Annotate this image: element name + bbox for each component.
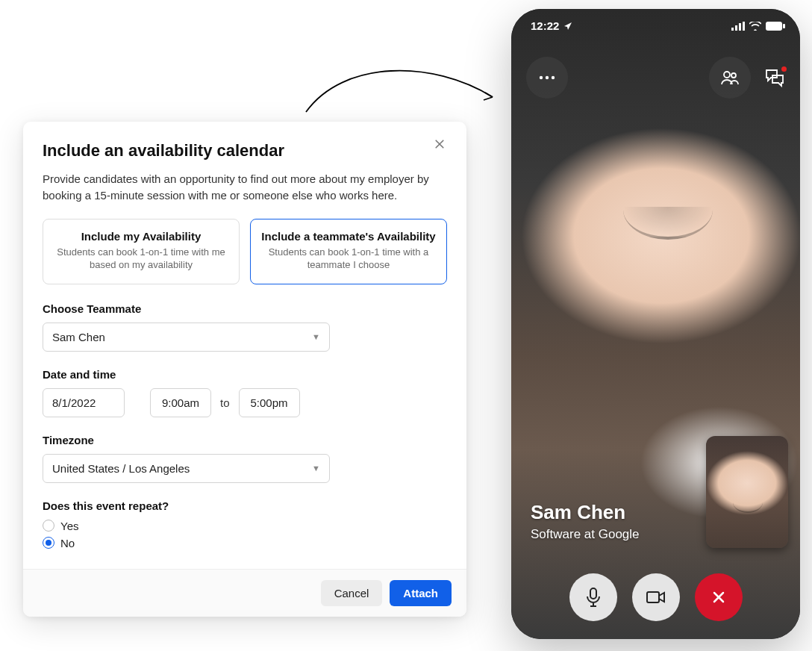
close-icon[interactable]	[434, 138, 449, 153]
participants-button[interactable]	[709, 57, 751, 99]
self-video-pip[interactable]	[706, 436, 788, 548]
caller-name: Sam Chen	[531, 501, 640, 524]
arrow-decoration	[299, 52, 508, 127]
teammate-value: Sam Chen	[52, 331, 105, 343]
svg-point-7	[546, 76, 549, 79]
modal-footer: Cancel Attach	[23, 569, 466, 617]
option-title: Include a teammate's Availability	[258, 230, 439, 243]
wifi-icon	[749, 22, 761, 31]
svg-point-10	[731, 73, 736, 78]
caller-subtitle: Software at Google	[531, 527, 640, 542]
repeat-yes-option[interactable]: Yes	[43, 520, 447, 532]
repeat-label: Does this event repeat?	[43, 499, 447, 512]
mic-icon	[585, 587, 602, 608]
repeat-no-option[interactable]: No	[43, 537, 447, 549]
more-button[interactable]	[526, 57, 568, 99]
datetime-label: Date and time	[43, 368, 447, 381]
call-controls	[511, 573, 800, 621]
svg-rect-3	[743, 22, 745, 31]
svg-rect-0	[731, 28, 734, 31]
location-icon	[563, 22, 572, 31]
notification-dot	[781, 66, 787, 72]
svg-rect-2	[739, 23, 741, 31]
more-icon	[539, 75, 555, 80]
svg-point-9	[724, 72, 730, 78]
end-call-button[interactable]	[695, 573, 743, 621]
teammate-label: Choose Teammate	[43, 302, 447, 315]
attach-button[interactable]: Attach	[390, 580, 452, 606]
people-icon	[720, 70, 740, 85]
timezone-value: United States / Los Angeles	[52, 462, 190, 475]
svg-rect-1	[735, 25, 737, 31]
radio-label: Yes	[60, 520, 78, 532]
radio-icon	[43, 520, 54, 532]
option-my-availability[interactable]: Include my Availability Students can boo…	[43, 219, 240, 284]
caller-info: Sam Chen Software at Google	[531, 501, 640, 542]
end-time-input[interactable]: 5:00pm	[239, 388, 300, 417]
svg-rect-4	[766, 22, 782, 31]
chevron-down-icon: ▼	[312, 464, 320, 473]
date-input[interactable]: 8/1/2022	[43, 388, 125, 417]
svg-point-8	[552, 76, 555, 79]
battery-icon	[766, 22, 785, 31]
video-toggle-button[interactable]	[632, 573, 680, 621]
option-subtitle: Students can book 1-on-1 time with me ba…	[51, 246, 231, 272]
status-bar: 12:22	[511, 15, 800, 32]
option-title: Include my Availability	[51, 230, 231, 243]
chevron-down-icon: ▼	[312, 332, 320, 341]
radio-label: No	[60, 537, 75, 549]
status-time: 12:22	[531, 19, 559, 32]
video-icon	[646, 590, 666, 605]
availability-modal: Include an availability calendar Provide…	[23, 122, 466, 617]
option-subtitle: Students can book 1-on-1 time with a tea…	[258, 246, 439, 272]
svg-rect-11	[590, 588, 596, 599]
timezone-select[interactable]: United States / Los Angeles ▼	[43, 454, 330, 483]
close-icon	[711, 590, 726, 605]
svg-point-6	[540, 76, 543, 79]
teammate-select[interactable]: Sam Chen ▼	[43, 323, 330, 352]
phone-call-screen: 12:22 Sam Chen Software at Google	[511, 9, 800, 639]
cancel-button[interactable]: Cancel	[321, 580, 383, 606]
svg-rect-5	[783, 24, 785, 28]
radio-icon	[43, 537, 54, 549]
modal-title: Include an availability calendar	[43, 141, 447, 161]
to-label: to	[219, 396, 231, 409]
svg-rect-12	[647, 592, 659, 602]
chat-button[interactable]	[764, 68, 785, 87]
option-teammate-availability[interactable]: Include a teammate's Availability Studen…	[250, 219, 447, 284]
modal-description: Provide candidates with an opportunity t…	[43, 171, 447, 204]
start-time-input[interactable]: 9:00am	[150, 388, 211, 417]
mute-button[interactable]	[569, 573, 617, 621]
signal-icon	[731, 22, 745, 31]
timezone-label: Timezone	[43, 434, 447, 446]
